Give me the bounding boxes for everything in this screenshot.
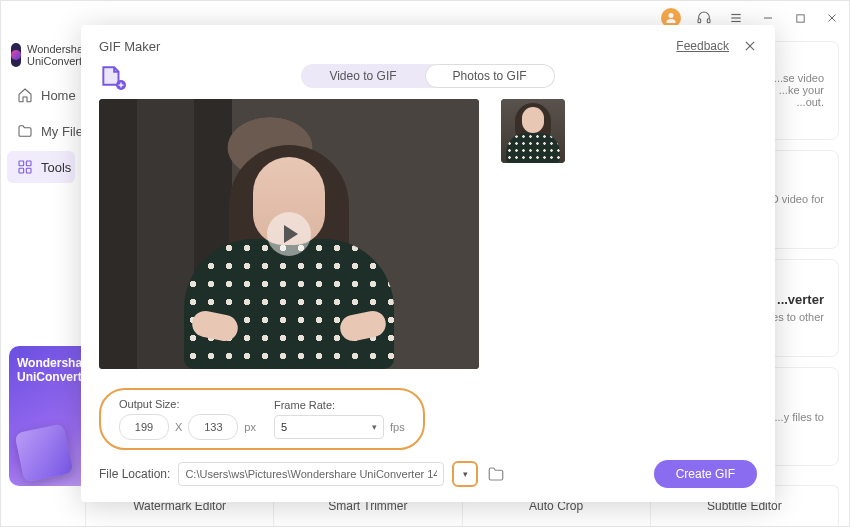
close-icon[interactable] bbox=[743, 39, 757, 53]
app-window: WondershareUniConverter Home My Files To… bbox=[0, 0, 850, 527]
svg-rect-6 bbox=[796, 14, 803, 21]
sidebar-item-my-files[interactable]: My Files bbox=[7, 115, 75, 147]
gif-maker-modal: GIF Maker Feedback Video to GIF Photos t… bbox=[81, 25, 775, 502]
add-media-button[interactable] bbox=[99, 63, 125, 89]
file-location-input[interactable] bbox=[178, 462, 444, 486]
svg-rect-9 bbox=[19, 161, 24, 166]
sidebar-item-label: Tools bbox=[41, 160, 71, 175]
mode-segmented-control: Video to GIF Photos to GIF bbox=[301, 64, 554, 88]
frame-rate-value: 5 bbox=[281, 421, 287, 433]
maximize-button[interactable] bbox=[791, 9, 809, 27]
sidebar-nav: Home My Files Tools bbox=[1, 77, 81, 185]
tools-icon bbox=[17, 159, 33, 175]
tab-video-to-gif[interactable]: Video to GIF bbox=[301, 64, 424, 88]
fps-unit: fps bbox=[390, 421, 405, 433]
feedback-link[interactable]: Feedback bbox=[676, 39, 729, 53]
sidebar-item-tools[interactable]: Tools bbox=[7, 151, 75, 183]
play-button[interactable] bbox=[267, 212, 311, 256]
modal-toolbar: Video to GIF Photos to GIF bbox=[99, 63, 757, 89]
create-gif-button[interactable]: Create GIF bbox=[654, 460, 757, 488]
modal-title: GIF Maker bbox=[99, 39, 160, 54]
modal-footer: File Location: ▾ Create GIF bbox=[99, 450, 757, 488]
promo-cube-graphic bbox=[14, 423, 73, 482]
tab-photos-to-gif[interactable]: Photos to GIF bbox=[425, 64, 555, 88]
app-logo: WondershareUniConverter bbox=[1, 43, 81, 77]
frame-rate-group: Frame Rate: 5 ▾ fps bbox=[274, 399, 405, 439]
svg-rect-1 bbox=[707, 19, 710, 23]
chevron-down-icon: ▾ bbox=[372, 422, 377, 432]
output-height-input[interactable] bbox=[188, 414, 238, 440]
preview-area bbox=[99, 99, 757, 378]
sidebar-item-home[interactable]: Home bbox=[7, 79, 75, 111]
svg-rect-12 bbox=[26, 168, 31, 173]
output-settings: Output Size: X px Frame Rate: 5 ▾ fps bbox=[99, 388, 425, 450]
svg-rect-11 bbox=[19, 168, 24, 173]
output-size-label: Output Size: bbox=[119, 398, 256, 410]
modal-header: GIF Maker Feedback bbox=[99, 35, 757, 57]
size-unit: px bbox=[244, 421, 256, 433]
browse-folder-button[interactable] bbox=[486, 465, 506, 483]
output-size-group: Output Size: X px bbox=[119, 398, 256, 440]
logo-icon bbox=[11, 43, 21, 67]
output-width-input[interactable] bbox=[119, 414, 169, 440]
frame-rate-select[interactable]: 5 ▾ bbox=[274, 415, 384, 439]
sidebar-item-label: Home bbox=[41, 88, 76, 103]
home-icon bbox=[17, 87, 33, 103]
close-button[interactable] bbox=[823, 9, 841, 27]
svg-rect-10 bbox=[26, 161, 31, 166]
thumbnail-list bbox=[501, 99, 757, 378]
file-location-dropdown[interactable]: ▾ bbox=[452, 461, 478, 487]
file-location-label: File Location: bbox=[99, 467, 170, 481]
svg-rect-0 bbox=[698, 19, 701, 23]
frame-rate-label: Frame Rate: bbox=[274, 399, 405, 411]
video-preview bbox=[99, 99, 479, 369]
size-separator: X bbox=[175, 421, 182, 433]
folder-icon bbox=[17, 123, 33, 139]
thumbnail-item[interactable] bbox=[501, 99, 565, 163]
